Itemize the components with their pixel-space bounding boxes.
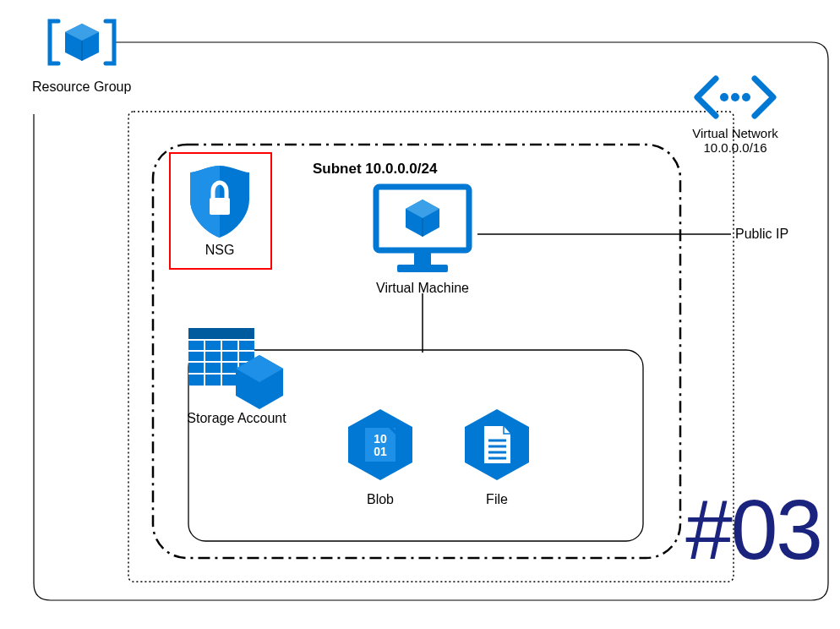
nsg-label: NSG — [177, 243, 262, 258]
file-label: File — [450, 492, 543, 507]
vm-storage-connector — [421, 293, 424, 353]
svg-text:01: 01 — [374, 445, 387, 458]
resource-group-label: Resource Group — [32, 79, 131, 95]
svg-rect-9 — [397, 265, 448, 272]
svg-point-4 — [742, 93, 750, 101]
file-icon — [450, 404, 543, 489]
storage-account-label: Storage Account — [173, 411, 300, 426]
file-node: File — [450, 404, 543, 507]
nsg-node: NSG — [177, 159, 262, 258]
storage-account-icon — [182, 321, 292, 414]
public-ip-label: Public IP — [735, 227, 788, 242]
resource-group-icon — [40, 8, 124, 76]
virtual-network-cidr: 10.0.0.0/16 — [689, 140, 782, 155]
storage-account-node: Storage Account — [173, 321, 300, 426]
svg-text:10: 10 — [374, 432, 387, 446]
blob-label: Blob — [334, 492, 427, 507]
svg-point-2 — [720, 93, 728, 101]
blob-node: 10 01 Blob — [334, 404, 427, 507]
virtual-machine-icon — [363, 180, 482, 277]
resource-group-node: Resource Group — [32, 8, 131, 95]
virtual-network-node: Virtual Network 10.0.0.0/16 — [689, 72, 782, 155]
svg-rect-6 — [210, 198, 230, 215]
vm-publicip-connector — [477, 232, 731, 236]
blob-icon: 10 01 — [334, 404, 427, 489]
virtual-network-label: Virtual Network — [689, 126, 782, 140]
svg-rect-15 — [188, 328, 254, 340]
nsg-shield-icon — [177, 159, 262, 243]
vm-node: Virtual Machine — [363, 180, 482, 296]
slide-number: #03 — [685, 481, 821, 578]
svg-point-3 — [731, 93, 739, 101]
svg-rect-8 — [414, 253, 431, 265]
subnet-label: Subnet 10.0.0.0/24 — [313, 161, 437, 178]
virtual-network-icon — [689, 72, 782, 123]
